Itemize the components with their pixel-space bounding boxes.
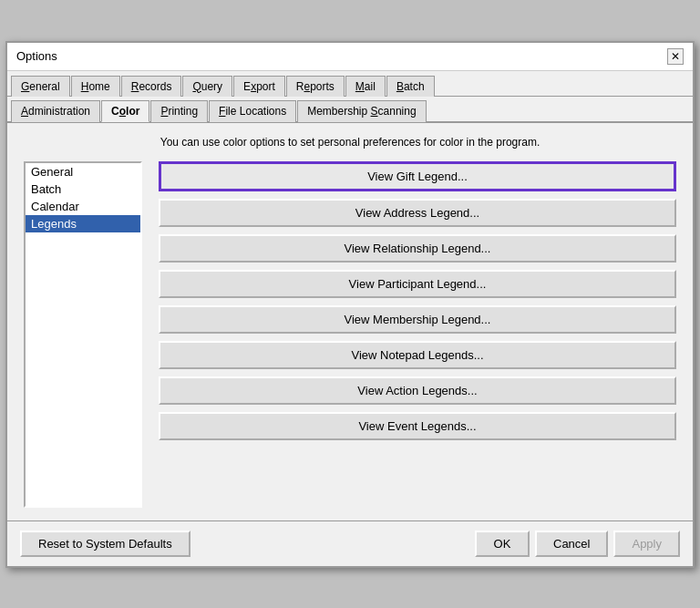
tabs-row2: Administration Color Printing File Locat… — [7, 97, 693, 123]
tab-general[interactable]: General — [11, 76, 70, 97]
list-item-legends[interactable]: Legends — [26, 215, 140, 232]
tab-reports[interactable]: Reports — [286, 76, 345, 97]
view-membership-legend-button[interactable]: View Membership Legend... — [159, 305, 676, 334]
footer-left: Reset to System Defaults — [20, 531, 190, 557]
ok-button[interactable]: OK — [475, 531, 530, 557]
footer-right: OK Cancel Apply — [475, 531, 680, 557]
list-item-batch[interactable]: Batch — [26, 180, 140, 198]
options-window: Options ✕ General Home Records Query Exp… — [5, 41, 695, 568]
tab-printing[interactable]: Printing — [150, 100, 208, 122]
tabs-row1: General Home Records Query Export Report… — [7, 71, 693, 97]
cancel-button[interactable]: Cancel — [535, 531, 608, 557]
tab-home[interactable]: Home — [71, 76, 120, 97]
view-relationship-legend-button[interactable]: View Relationship Legend... — [159, 234, 676, 263]
footer: Reset to System Defaults OK Cancel Apply — [7, 520, 693, 566]
tab-administration[interactable]: Administration — [11, 100, 100, 122]
list-item-general[interactable]: General — [26, 163, 140, 180]
view-action-legends-button[interactable]: View Action Legends... — [159, 376, 676, 405]
description-text: You can use color options to set persona… — [24, 136, 676, 149]
tab-membership-scanning[interactable]: Membership Scanning — [297, 100, 426, 122]
reset-defaults-button[interactable]: Reset to System Defaults — [20, 531, 190, 557]
view-participant-legend-button[interactable]: View Participant Legend... — [159, 270, 676, 298]
view-gift-legend-button[interactable]: View Gift Legend... — [159, 161, 676, 191]
category-list: General Batch Calendar Legends — [24, 161, 142, 508]
tab-query[interactable]: Query — [182, 76, 232, 97]
title-bar: Options ✕ — [7, 43, 693, 71]
tab-batch[interactable]: Batch — [386, 76, 435, 97]
list-item-calendar[interactable]: Calendar — [26, 198, 140, 215]
view-address-legend-button[interactable]: View Address Legend... — [159, 199, 676, 227]
close-button[interactable]: ✕ — [667, 48, 684, 65]
view-event-legends-button[interactable]: View Event Legends... — [159, 412, 676, 440]
tab-file-locations[interactable]: File Locations — [209, 100, 296, 122]
view-notepad-legends-button[interactable]: View Notepad Legends... — [159, 341, 676, 369]
tab-mail[interactable]: Mail — [345, 76, 386, 97]
tab-color[interactable]: Color — [101, 100, 149, 122]
content-area: You can use color options to set persona… — [7, 123, 693, 520]
tab-records[interactable]: Records — [121, 76, 182, 97]
main-layout: General Batch Calendar Legends View Gift… — [24, 161, 676, 508]
apply-button[interactable]: Apply — [613, 531, 680, 557]
window-title: Options — [16, 49, 57, 63]
legend-buttons-panel: View Gift Legend... View Address Legend.… — [159, 161, 676, 508]
tab-export[interactable]: Export — [233, 76, 285, 97]
